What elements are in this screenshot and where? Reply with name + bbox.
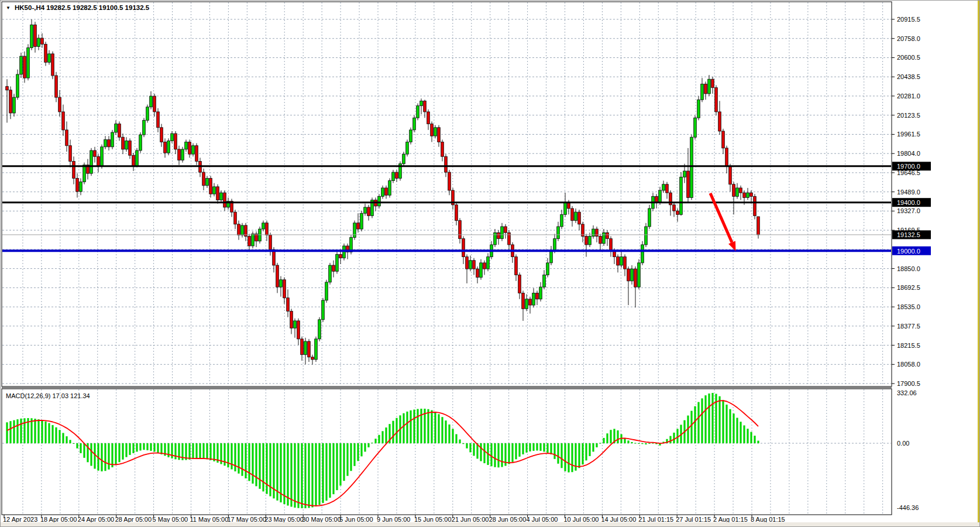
macd-bar [146, 443, 148, 450]
macd-bar [66, 436, 67, 443]
candle [403, 154, 405, 164]
candle [329, 265, 332, 282]
candle [459, 221, 462, 239]
time-tick-label: 2 Aug 01:15 [713, 516, 748, 523]
macd-bar [104, 443, 106, 471]
candle [687, 171, 690, 197]
macd-bar [153, 443, 155, 451]
time-tick-label: 17 May 05:00 [227, 516, 266, 523]
macd-bar [462, 443, 464, 444]
candle [627, 269, 630, 281]
macd-bar [76, 443, 78, 449]
time-tick-label: 30 May 05:00 [302, 516, 341, 523]
candle [367, 207, 370, 215]
candle [617, 257, 620, 265]
candle [596, 229, 599, 236]
macd-bar [364, 443, 366, 451]
price-tick-label: 19961.5 [897, 131, 920, 138]
macd-bar [367, 443, 369, 447]
time-tick-label: 11 May 05:00 [190, 516, 229, 523]
candle [209, 178, 212, 194]
macd-bar [167, 443, 169, 457]
macd-bar [669, 436, 671, 443]
candle [715, 88, 718, 112]
candle [357, 223, 360, 229]
time-axis[interactable]: 12 Apr 202318 Apr 05:0024 Apr 05:0028 Ap… [3, 515, 785, 523]
candle [406, 142, 409, 155]
price-tick-label: 20281.0 [897, 93, 920, 100]
candle [195, 146, 198, 162]
macd-bar [294, 443, 295, 508]
macd-bar [396, 418, 397, 443]
time-tick-label: 9 Jun 05:00 [377, 516, 411, 523]
macd-bar [641, 443, 643, 444]
macd-bar [318, 443, 320, 505]
main-plot-area[interactable] [2, 2, 892, 386]
price-chart[interactable]: 20915.520758.020600.520438.520281.020123… [1, 1, 980, 527]
macd-bar [539, 443, 541, 451]
candle [515, 257, 518, 275]
macd-bar [529, 443, 531, 451]
candle [582, 224, 584, 237]
candle [529, 299, 532, 305]
candle [220, 193, 223, 200]
candle [206, 178, 209, 185]
price-axis[interactable]: 20915.520758.020600.520438.520281.020123… [892, 16, 920, 511]
macd-bar [378, 435, 380, 443]
candle [181, 149, 184, 160]
candle [287, 298, 290, 312]
dropdown-icon[interactable]: ▼ [6, 5, 11, 11]
price-tick-label: 19327.0 [897, 207, 920, 214]
macd-bar [122, 443, 123, 460]
macd-bar [603, 438, 604, 443]
candle [711, 79, 714, 87]
candle [606, 232, 609, 238]
candle [76, 178, 79, 191]
macd-bar [459, 440, 460, 443]
macd-bar [311, 443, 313, 507]
candle [167, 141, 170, 153]
candle [388, 181, 391, 196]
candle [171, 134, 174, 141]
macd-bar [171, 443, 173, 458]
candle [101, 147, 104, 166]
candle [308, 341, 311, 357]
macd-bar [301, 443, 302, 508]
candle [750, 193, 753, 196]
macd-bar [413, 410, 415, 443]
macd-bar [111, 443, 113, 467]
macd-bar [80, 443, 81, 453]
candle [603, 232, 606, 244]
macd-bar [199, 443, 201, 458]
candle [680, 177, 683, 214]
time-tick-label: 15 Jun 05:00 [414, 516, 452, 523]
macd-bar [83, 443, 85, 458]
candle [575, 212, 577, 220]
candle [6, 87, 9, 90]
candle [487, 257, 490, 269]
candle [73, 162, 75, 179]
macd-bar [448, 425, 450, 443]
macd-bar [754, 436, 755, 443]
candle [585, 236, 588, 244]
macd-bar [743, 425, 745, 443]
macd-bar [255, 443, 257, 486]
macd-bar [37, 419, 39, 443]
candle [441, 142, 444, 157]
macd-bar [494, 443, 496, 467]
candle [431, 124, 434, 136]
candle [80, 182, 82, 192]
candle [311, 357, 314, 360]
macd-bar [322, 443, 324, 503]
macd-bar [241, 443, 243, 476]
macd-bar [634, 443, 636, 443]
candle [578, 212, 581, 224]
macd-bar [518, 443, 520, 457]
candle [666, 184, 669, 193]
macd-bar [59, 430, 60, 443]
macd-bar [747, 429, 748, 443]
candle [325, 282, 328, 300]
candle [561, 214, 563, 227]
candle [462, 239, 465, 257]
candle [44, 44, 47, 62]
